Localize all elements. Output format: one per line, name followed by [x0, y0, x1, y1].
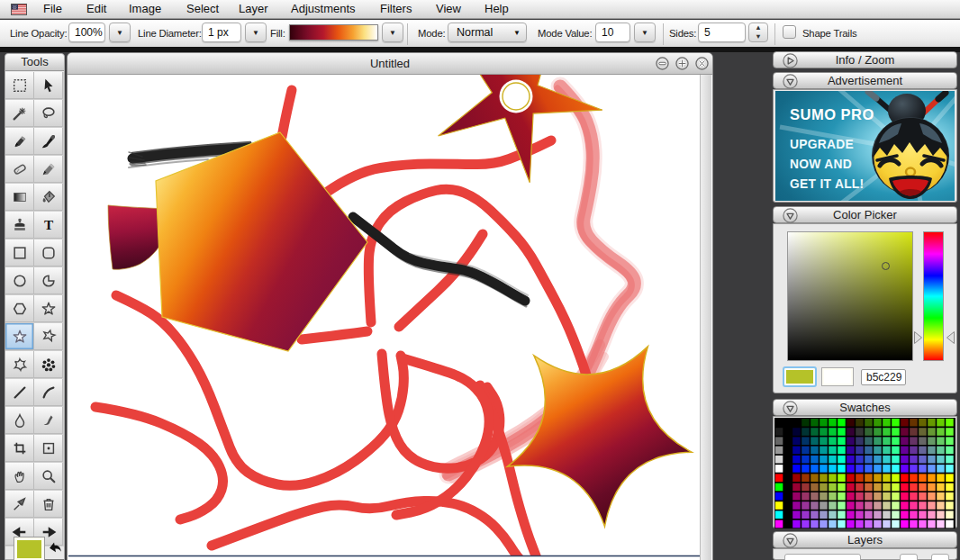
svg-text:GET IT ALL!: GET IT ALL!	[790, 177, 865, 191]
svg-text:T: T	[43, 217, 52, 232]
svg-text:SUMO PRO: SUMO PRO	[790, 106, 874, 122]
svg-text:UPGRADE: UPGRADE	[790, 138, 854, 151]
svg-text:NOW AND: NOW AND	[790, 158, 852, 171]
